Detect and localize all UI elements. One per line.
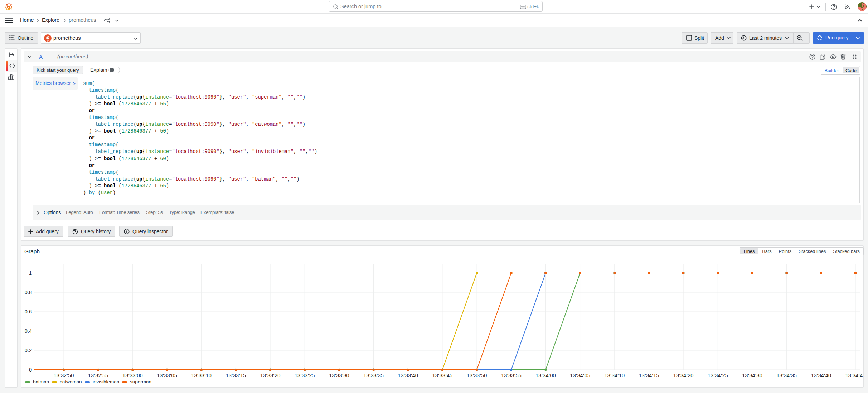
svg-text:13:33:45: 13:33:45 [432,373,452,378]
svg-text:13:33:30: 13:33:30 [329,373,349,378]
svg-text:13:32:50: 13:32:50 [54,373,74,378]
svg-text:13:34:25: 13:34:25 [708,373,728,378]
svg-text:13:34:05: 13:34:05 [570,373,590,378]
svg-text:1: 1 [29,270,32,276]
svg-text:13:33:55: 13:33:55 [501,373,521,378]
svg-text:0.6: 0.6 [25,309,32,315]
svg-text:0.4: 0.4 [25,328,32,334]
svg-text:13:32:55: 13:32:55 [88,373,108,378]
svg-text:13:34:10: 13:34:10 [605,373,625,378]
svg-text:13:34:20: 13:34:20 [673,373,693,378]
svg-text:13:34:15: 13:34:15 [639,373,659,378]
svg-text:0: 0 [29,367,32,373]
svg-text:13:34:35: 13:34:35 [776,373,796,378]
svg-text:13:33:15: 13:33:15 [226,373,246,378]
svg-text:13:33:10: 13:33:10 [191,373,211,378]
svg-text:13:34:40: 13:34:40 [811,373,831,378]
svg-text:13:33:05: 13:33:05 [157,373,177,378]
svg-text:13:33:40: 13:33:40 [398,373,418,378]
svg-text:13:33:25: 13:33:25 [295,373,315,378]
svg-text:13:33:50: 13:33:50 [467,373,487,378]
svg-text:13:34:00: 13:34:00 [535,373,556,378]
svg-text:13:33:00: 13:33:00 [122,373,142,378]
svg-text:0.2: 0.2 [25,348,32,353]
svg-text:13:34:30: 13:34:30 [742,373,762,378]
svg-text:0.8: 0.8 [25,289,32,295]
svg-text:13:33:35: 13:33:35 [363,373,383,378]
svg-text:13:34:45: 13:34:45 [845,373,864,378]
svg-text:13:33:20: 13:33:20 [260,373,280,378]
